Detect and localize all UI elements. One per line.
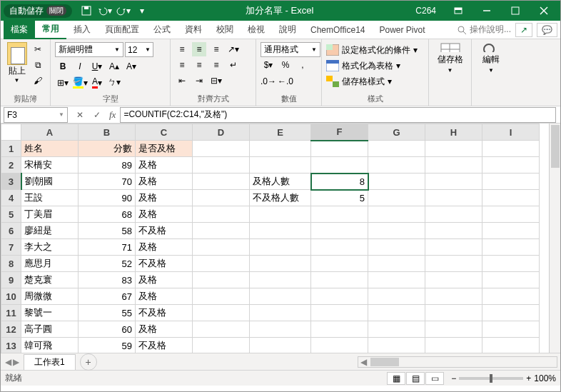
row-header-13[interactable]: 13 [1, 338, 21, 353]
cell-G6[interactable] [368, 223, 425, 239]
cell-E6[interactable] [250, 223, 311, 239]
cell-H10[interactable] [425, 288, 482, 305]
row-header-8[interactable]: 8 [1, 256, 21, 272]
cell-I10[interactable] [482, 288, 540, 305]
cell-I8[interactable] [482, 256, 540, 272]
col-header-A[interactable]: A [21, 124, 79, 141]
minimize-icon[interactable] [473, 1, 500, 21]
row-header-4[interactable]: 4 [1, 190, 21, 206]
cell-H11[interactable] [425, 305, 482, 321]
cell-I3[interactable] [482, 174, 540, 190]
col-header-D[interactable]: D [193, 124, 250, 141]
sheet-nav-prev-icon[interactable]: ◀ [5, 357, 11, 367]
account-name[interactable]: C264 [408, 6, 443, 16]
cell-D7[interactable] [193, 239, 250, 256]
cell-E4[interactable]: 不及格人數 [250, 190, 311, 206]
cell-B7[interactable]: 71 [79, 239, 136, 256]
fx-icon[interactable]: fx [109, 109, 116, 121]
cell-H13[interactable] [425, 338, 482, 353]
wrap-text-icon[interactable]: ↵ [226, 58, 241, 72]
tab-layout[interactable]: 頁面配置 [98, 21, 146, 39]
sheet-tab[interactable]: 工作表1 [24, 354, 76, 370]
name-box[interactable]: F3▼ [4, 107, 68, 123]
cell-E1[interactable] [250, 141, 311, 157]
cell-E10[interactable] [250, 288, 311, 305]
cell-B13[interactable]: 59 [79, 338, 136, 353]
cell-D1[interactable] [193, 141, 250, 157]
tab-view[interactable]: 檢視 [241, 21, 272, 39]
enter-formula-icon[interactable]: ✓ [89, 108, 105, 122]
tell-me-search[interactable]: 操作說明... [457, 24, 511, 36]
row-header-7[interactable]: 7 [1, 239, 21, 256]
cell-G2[interactable] [368, 157, 425, 174]
cell-I1[interactable] [482, 141, 540, 157]
tab-file[interactable]: 檔案 [4, 21, 35, 39]
cell-B2[interactable]: 89 [79, 157, 136, 174]
cell-D9[interactable] [193, 272, 250, 288]
currency-icon[interactable]: $▾ [261, 57, 276, 72]
percent-icon[interactable]: % [278, 57, 293, 72]
cell-F12[interactable] [311, 321, 368, 338]
col-header-B[interactable]: B [79, 124, 136, 141]
page-layout-view-icon[interactable]: ▤ [406, 372, 425, 385]
cell-I13[interactable] [482, 338, 540, 353]
cell-H2[interactable] [425, 157, 482, 174]
cell-I2[interactable] [482, 157, 540, 174]
cell-G4[interactable] [368, 190, 425, 206]
cell-G13[interactable] [368, 338, 425, 353]
cell-D13[interactable] [193, 338, 250, 353]
cell-D4[interactable] [193, 190, 250, 206]
cell-C10[interactable]: 及格 [136, 288, 193, 305]
copy-icon[interactable]: ⧉ [30, 58, 46, 72]
cell-H4[interactable] [425, 190, 482, 206]
zoom-slider[interactable] [459, 377, 523, 380]
row-header-12[interactable]: 12 [1, 321, 21, 338]
worksheet-grid[interactable]: ABCDEFGHI1姓名分數是否及格2宋橋安89及格3劉朝國70及格及格人數84… [1, 124, 560, 353]
increase-font-button[interactable]: A▴ [106, 59, 122, 74]
normal-view-icon[interactable]: ▦ [387, 372, 405, 385]
align-right-icon[interactable]: ≡ [209, 58, 223, 72]
cell-C11[interactable]: 不及格 [136, 305, 193, 321]
align-middle-icon[interactable]: ≡ [192, 42, 206, 56]
cell-E3[interactable]: 及格人數 [250, 174, 311, 190]
zoom-level[interactable]: 100% [534, 373, 556, 383]
page-break-view-icon[interactable]: ▭ [425, 372, 444, 385]
increase-indent-icon[interactable]: ⇥ [192, 74, 206, 88]
col-header-H[interactable]: H [425, 124, 482, 141]
cell-C6[interactable]: 不及格 [136, 223, 193, 239]
cell-B10[interactable]: 67 [79, 288, 136, 305]
cell-A11[interactable]: 黎號一 [21, 305, 79, 321]
conditional-formatting-button[interactable]: 設定格式化的條件▾ [326, 42, 424, 58]
cancel-formula-icon[interactable]: ✕ [72, 108, 88, 122]
cell-D8[interactable] [193, 256, 250, 272]
cell-I4[interactable] [482, 190, 540, 206]
cell-F11[interactable] [311, 305, 368, 321]
cell-F8[interactable] [311, 256, 368, 272]
cell-C7[interactable]: 及格 [136, 239, 193, 256]
cell-E13[interactable] [250, 338, 311, 353]
cell-D3[interactable] [193, 174, 250, 190]
zoom-out-icon[interactable]: − [451, 373, 456, 383]
format-painter-icon[interactable]: 🖌 [30, 74, 46, 88]
cell-G3[interactable] [368, 174, 425, 190]
cells-button[interactable]: 儲存格 ▼ [436, 42, 465, 74]
cell-F9[interactable] [311, 272, 368, 288]
cell-C1[interactable]: 是否及格 [136, 141, 193, 157]
cell-A8[interactable]: 應思月 [21, 256, 79, 272]
row-header-2[interactable]: 2 [1, 157, 21, 174]
cell-B11[interactable]: 55 [79, 305, 136, 321]
formula-bar[interactable]: =COUNTIF(C2:C14,"及格") [120, 107, 556, 123]
cell-H6[interactable] [425, 223, 482, 239]
cell-C4[interactable]: 及格 [136, 190, 193, 206]
cell-H9[interactable] [425, 272, 482, 288]
cell-H5[interactable] [425, 206, 482, 223]
tab-powerpivot[interactable]: Power Pivot [372, 21, 432, 39]
comma-icon[interactable]: , [295, 57, 310, 72]
cell-B12[interactable]: 60 [79, 321, 136, 338]
cell-F5[interactable] [311, 206, 368, 223]
cell-F13[interactable] [311, 338, 368, 353]
decrease-decimal-icon[interactable]: ←.0 [278, 74, 293, 89]
cell-G8[interactable] [368, 256, 425, 272]
ribbon-display-icon[interactable] [445, 1, 472, 21]
cell-B8[interactable]: 52 [79, 256, 136, 272]
